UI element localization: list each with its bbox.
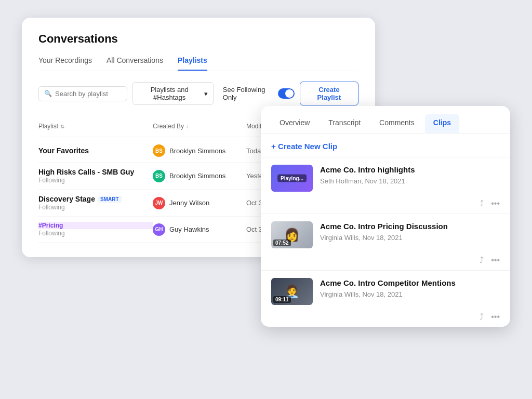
tabs-bar: Your Recordings All Conversations Playli…	[38, 56, 358, 71]
toggle-switch[interactable]	[278, 88, 295, 99]
create-new-clip-button[interactable]: + Create New Clip	[271, 142, 337, 151]
clips-panel: Overview Transcript Comments Clips + Cre…	[261, 106, 510, 327]
toolbar: 🔍 Playlists and #Hashtags ▾ See Followin…	[38, 82, 358, 105]
creator-cell: BS Brooklyn Simmons	[153, 144, 246, 157]
clip-info: Acme Co. Intro Competitor Mentions Virgi…	[320, 278, 500, 298]
playlist-name-cell: Your Favorites	[38, 147, 153, 155]
search-icon: 🔍	[44, 90, 52, 97]
col-playlist[interactable]: Playlist ⇅	[38, 119, 153, 134]
tab-comments[interactable]: Comments	[371, 114, 423, 133]
playlist-name-cell: Discovery Stage SMART Following	[38, 195, 153, 211]
avatar: BS	[153, 170, 165, 182]
share-icon[interactable]: ⤴	[480, 256, 484, 265]
search-input[interactable]	[55, 90, 122, 98]
playlist-name-cell: High Risks Calls - SMB Guy Following	[38, 168, 153, 184]
clip-actions: ⤴ •••	[261, 199, 510, 214]
sort-icon: ↓	[186, 124, 189, 129]
search-box[interactable]: 🔍	[38, 86, 127, 101]
create-playlist-button[interactable]: Create Playlist	[300, 82, 358, 105]
share-icon[interactable]: ⤴	[480, 312, 484, 322]
clip-thumbnail: 👩 07:52	[271, 221, 313, 248]
clip-thumbnail: 🧑‍💼 09:11	[271, 278, 313, 305]
clip-thumbnail: Playing...	[271, 165, 313, 192]
clip-info: Acme Co. Intro Pricing Discussion Virgin…	[320, 221, 500, 242]
page-title: Conversations	[38, 32, 358, 46]
avatar: JW	[153, 197, 165, 209]
more-options-icon[interactable]: •••	[491, 312, 500, 322]
tab-transcript[interactable]: Transcript	[320, 114, 369, 133]
clip-actions: ⤴ •••	[261, 312, 510, 327]
duration-label: 09:11	[273, 296, 291, 303]
following-toggle: See Following Only	[223, 86, 295, 101]
avatar: GH	[153, 223, 165, 236]
clip-actions: ⤴ •••	[261, 256, 510, 270]
tab-clips[interactable]: Clips	[425, 114, 459, 133]
toggle-knob	[285, 89, 294, 98]
col-created-by[interactable]: Created By ↓	[153, 119, 246, 134]
chevron-down-icon: ▾	[204, 90, 208, 98]
creator-cell: JW Jenny Wilson	[153, 197, 246, 209]
clip-item: 🧑‍💼 09:11 Acme Co. Intro Competitor Ment…	[261, 270, 510, 327]
tab-playlists[interactable]: Playlists	[178, 56, 207, 71]
creator-cell: GH Guy Hawkins	[153, 223, 246, 236]
clip-info: Acme Co. Intro highlights Seth Hoffman, …	[320, 165, 500, 185]
clips-tabs-bar: Overview Transcript Comments Clips	[261, 106, 510, 134]
playing-label: Playing...	[277, 175, 307, 182]
smart-badge: SMART	[98, 196, 122, 203]
avatar: BS	[153, 144, 165, 157]
tab-your-recordings[interactable]: Your Recordings	[38, 56, 92, 71]
tab-all-conversations[interactable]: All Conversations	[107, 56, 163, 71]
more-options-icon[interactable]: •••	[491, 256, 500, 265]
playlist-name-cell: #Pricing Following	[38, 222, 153, 237]
clip-item: Playing... Acme Co. Intro highlights Set…	[261, 157, 510, 214]
share-icon[interactable]: ⤴	[480, 199, 484, 208]
filter-dropdown[interactable]: Playlists and #Hashtags ▾	[132, 82, 214, 105]
duration-label: 07:52	[273, 240, 291, 246]
clip-item: 👩 07:52 Acme Co. Intro Pricing Discussio…	[261, 214, 510, 270]
sort-icon: ⇅	[60, 124, 64, 129]
tab-overview[interactable]: Overview	[271, 114, 318, 133]
more-options-icon[interactable]: •••	[491, 199, 500, 208]
creator-cell: BS Brooklyn Simmons	[153, 170, 246, 182]
